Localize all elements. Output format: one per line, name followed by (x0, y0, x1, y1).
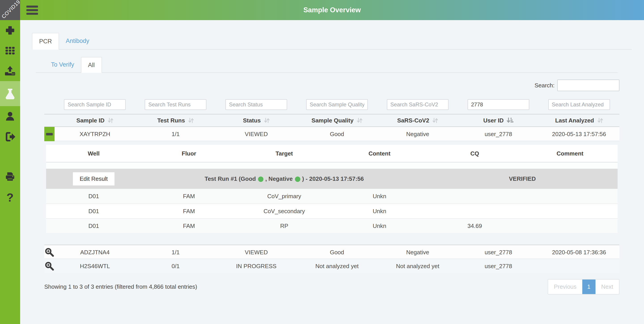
cell-user-id: user_2778 (458, 263, 539, 270)
column-header-test-runs[interactable]: Test Runs (135, 114, 216, 126)
cell-user-id: user_2778 (458, 249, 539, 256)
tab-bar-filter: To Verify All (36, 57, 618, 73)
print-icon (4, 172, 16, 183)
cell-last-analyzed: 2020-05-08 17:36:36 (539, 249, 620, 256)
help-button[interactable]: ? (0, 187, 20, 208)
cell-user-id: user_2778 (458, 131, 539, 138)
previous-page-button[interactable]: Previous (548, 280, 582, 294)
cell-status: VIEWED (216, 131, 297, 138)
detail-spacer-row (46, 162, 618, 169)
result-negative-dot-icon (295, 177, 300, 182)
cell-fluor: FAM (141, 193, 236, 200)
table-row: XAYTRPZH 1/1 VIEWED Good Negative user_2… (44, 127, 620, 141)
top-bar: Sample Overview (20, 0, 644, 20)
logout-button[interactable] (0, 126, 20, 147)
cell-sample-quality: Good (297, 249, 378, 256)
expanded-detail-panel: Well Fluor Target Content CQ Comment Edi… (46, 145, 618, 233)
cell-sars-cov2: Not analyzed yet (377, 263, 458, 270)
user-icon (4, 111, 16, 122)
expand-row-button[interactable] (44, 245, 54, 259)
filter-sars-cov2-input[interactable] (387, 99, 448, 110)
cell-test-runs: 1/1 (135, 131, 216, 138)
cell-sample-quality: Good (297, 131, 378, 138)
sort-icon (357, 117, 362, 124)
column-header-last-analyzed[interactable]: Last Analyzed (539, 114, 620, 126)
quality-good-dot-icon (258, 177, 264, 182)
column-header-sample-quality[interactable]: Sample Quality (297, 114, 378, 126)
table-row: H2S46WTL 0/1 IN PROGRESS Not analyzed ye… (44, 259, 620, 273)
tab-to-verify[interactable]: To Verify (44, 57, 81, 72)
sort-icon (188, 117, 194, 124)
column-header-user-id[interactable]: User ID (458, 114, 539, 126)
cell-well: D01 (46, 208, 141, 215)
cell-cq: 34.69 (427, 223, 522, 230)
cell-target: CoV_secondary (236, 208, 332, 215)
column-header-sample-id[interactable]: Sample ID (54, 114, 135, 126)
collapse-row-button[interactable] (44, 127, 54, 141)
entries-info: Showing 1 to 3 of 3 entries (filtered fr… (44, 283, 197, 290)
filter-user-id-input[interactable] (468, 99, 529, 110)
grid-icon (4, 45, 16, 56)
print-button[interactable] (0, 167, 20, 187)
filter-test-runs-input[interactable] (145, 99, 206, 110)
tab-antibody[interactable]: Antibody (59, 33, 96, 49)
app-logo-text: COVID19 (0, 0, 20, 20)
main-content: PCR Antibody To Verify All Search: (20, 20, 644, 324)
page-title: Sample Overview (20, 6, 644, 14)
cell-sample-quality: Not analyzed yet (297, 263, 378, 270)
sidebar-item-users[interactable] (0, 106, 20, 126)
cell-test-runs: 1/1 (135, 249, 216, 256)
column-filter-row (44, 99, 620, 110)
sidebar-item-samples[interactable] (0, 81, 20, 106)
cell-content: Unkn (332, 208, 427, 215)
search-label: Search: (534, 82, 554, 89)
edit-result-button[interactable]: Edit Result (73, 172, 114, 185)
detail-header-row: Well Fluor Target Content CQ Comment (46, 145, 618, 162)
tab-all[interactable]: All (81, 57, 102, 73)
column-header-sars-cov2[interactable]: SaRS-CoV2 (377, 114, 458, 126)
table-footer: Showing 1 to 3 of 3 entries (filtered fr… (44, 279, 620, 295)
flask-icon (4, 88, 16, 100)
tab-pcr[interactable]: PCR (32, 33, 59, 50)
detail-column-well: Well (46, 145, 141, 162)
cell-target: CoV_primary (236, 193, 332, 200)
global-search-row: Search: (44, 79, 620, 91)
cell-fluor: FAM (141, 223, 236, 230)
next-page-button[interactable]: Next (596, 280, 619, 294)
filter-status-input[interactable] (226, 99, 287, 110)
filter-last-analyzed-input[interactable] (548, 99, 610, 110)
zoom-expand-icon (45, 248, 54, 257)
cell-test-runs: 0/1 (135, 263, 216, 270)
page-1-button[interactable]: 1 (582, 280, 595, 294)
sort-icon (264, 117, 270, 124)
detail-column-content: Content (332, 145, 427, 162)
pagination: Previous 1 Next (548, 279, 620, 295)
verified-badge: VERIFIED (427, 175, 618, 182)
detail-row: D01 FAM CoV_secondary Unkn (46, 204, 618, 218)
table-row: ADZJTNA4 1/1 VIEWED Good Negative user_2… (44, 245, 620, 259)
detail-column-comment: Comment (522, 145, 618, 162)
upload-button[interactable] (0, 61, 20, 81)
help-icon: ? (6, 191, 14, 204)
column-header-status[interactable]: Status (216, 114, 297, 126)
collapse-minus-icon (46, 133, 53, 135)
cell-status: IN PROGRESS (216, 263, 297, 270)
expand-row-button[interactable] (44, 259, 54, 273)
cell-well: D01 (46, 193, 141, 200)
filter-sample-id-input[interactable] (64, 99, 126, 110)
detail-column-cq: CQ (427, 145, 522, 162)
cell-content: Unkn (332, 193, 427, 200)
plates-grid-button[interactable] (0, 40, 20, 61)
cell-sample-id: XAYTRPZH (54, 131, 135, 138)
search-input[interactable] (557, 79, 620, 91)
cell-target: RP (236, 223, 332, 230)
filter-sample-quality-input[interactable] (306, 99, 368, 110)
sort-active-icon (507, 117, 514, 124)
test-run-band: Edit Result Test Run #1 (Good, Negative)… (46, 169, 618, 189)
add-icon (4, 25, 16, 36)
detail-column-fluor: Fluor (141, 145, 236, 162)
add-sample-button[interactable] (0, 20, 20, 40)
cell-fluor: FAM (141, 208, 236, 215)
logout-icon (4, 131, 16, 142)
table-header-row: Sample ID Test Runs Status Sample Qualit… (44, 114, 620, 127)
